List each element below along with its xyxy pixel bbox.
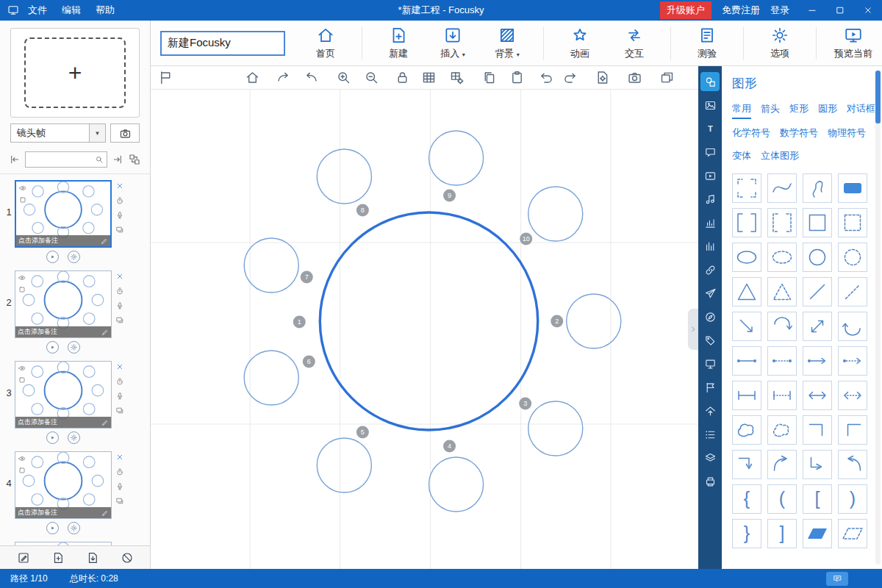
play-slide-button[interactable]: [46, 522, 59, 534]
shape-rect-filled[interactable]: [838, 173, 867, 203]
slide-settings-button[interactable]: [68, 251, 80, 263]
strip-list-button[interactable]: [700, 425, 720, 444]
play-slide-button[interactable]: [46, 431, 59, 444]
shape-blob[interactable]: [732, 415, 761, 445]
delete-slide-icon[interactable]: [115, 453, 124, 462]
doc-gear-button[interactable]: [595, 70, 610, 85]
camera-preview[interactable]: +: [10, 28, 140, 118]
visibility-eye-icon[interactable]: [18, 273, 26, 282]
slide-timer-icon[interactable]: [115, 377, 124, 386]
sub-path-circle[interactable]: [528, 401, 583, 456]
shape-tab[interactable]: 对话框: [847, 102, 875, 119]
strip-stats-button[interactable]: [700, 237, 720, 256]
slide-thumbnail-1[interactable]: 1 点击添加备注: [3, 180, 150, 263]
camera-frame-icon[interactable]: [18, 285, 26, 294]
shape-elbow-arrow-2[interactable]: [767, 450, 797, 479]
toolbar-home-button[interactable]: 首页: [307, 26, 344, 60]
shape-arrow-se[interactable]: [732, 312, 761, 341]
shape-para-dashed[interactable]: [838, 519, 867, 548]
strip-plane-button[interactable]: [700, 284, 720, 303]
zoom-out-button[interactable]: [364, 70, 379, 85]
delete-slide-icon[interactable]: [115, 362, 124, 371]
shape-triangle-dashed[interactable]: [767, 277, 797, 306]
redo-curve-button[interactable]: [276, 70, 291, 85]
slide-mic-icon[interactable]: [115, 392, 124, 401]
camera-frame-icon[interactable]: [18, 196, 27, 204]
visibility-eye-icon[interactable]: [18, 184, 27, 193]
minimize-button[interactable]: [807, 5, 817, 15]
delete-slide-icon[interactable]: [115, 182, 124, 190]
shape-tab[interactable]: 立体图形: [761, 149, 799, 165]
slide-note-bar[interactable]: 点击添加备注: [15, 417, 111, 428]
slide-preview[interactable]: 点击添加备注: [15, 180, 112, 248]
strip-tag-button[interactable]: [700, 331, 720, 350]
camera-button[interactable]: [627, 70, 642, 85]
edit-note-pencil-icon[interactable]: [101, 237, 108, 245]
shape-para-filled[interactable]: [803, 519, 832, 548]
play-slide-button[interactable]: [46, 341, 59, 354]
slide-timer-icon[interactable]: [115, 196, 124, 205]
shape-tab[interactable]: 常用: [732, 102, 751, 119]
shape-circle-dashed[interactable]: [838, 243, 867, 272]
shape-seg-dots-dotted[interactable]: [767, 346, 797, 376]
shape-line[interactable]: [803, 277, 832, 306]
sub-path-circle[interactable]: [567, 294, 621, 348]
menu-help[interactable]: 帮助: [96, 4, 115, 17]
home-button[interactable]: [245, 70, 260, 85]
sub-path-circle[interactable]: [429, 457, 484, 512]
go-last-button[interactable]: [112, 154, 123, 165]
shape-brace-left[interactable]: {: [732, 484, 761, 514]
panel-scrollbar[interactable]: [875, 71, 881, 564]
strip-scan-button[interactable]: [700, 472, 720, 491]
shape-double-arrow-dotted[interactable]: [838, 381, 867, 410]
slide-preview[interactable]: 点击添加备注: [15, 542, 112, 545]
export-note-button[interactable]: [86, 551, 99, 564]
slide-timer-icon[interactable]: [115, 287, 124, 295]
feedback-chat-button[interactable]: [826, 572, 848, 586]
shape-elbow-arrow-1[interactable]: [732, 450, 761, 479]
camera-frame-icon[interactable]: [18, 376, 26, 384]
main-path-circle[interactable]: [320, 212, 537, 430]
slide-thumbnail-3[interactable]: 3 点击添加备注: [3, 361, 150, 444]
strip-image-button[interactable]: [700, 96, 720, 115]
shape-paren-right[interactable]: ): [838, 484, 867, 514]
shape-circle[interactable]: [803, 243, 832, 272]
strip-comment-button[interactable]: [700, 143, 720, 162]
slide-note-bar[interactable]: 点击添加备注: [15, 507, 111, 518]
slide-preview[interactable]: 点击添加备注: [15, 270, 112, 338]
shape-elbow-1[interactable]: [803, 415, 832, 445]
path-number-badge[interactable]: 7: [301, 271, 313, 284]
close-button[interactable]: [863, 5, 873, 15]
sub-path-circle[interactable]: [244, 238, 298, 293]
path-number-badge[interactable]: 3: [519, 398, 531, 410]
strip-chart-button[interactable]: [700, 213, 720, 232]
slide-settings-button[interactable]: [68, 522, 80, 534]
strip-link-button[interactable]: [700, 260, 720, 279]
edit-note-pencil-icon[interactable]: [101, 329, 109, 336]
slide-media-icon[interactable]: [115, 406, 124, 415]
strip-upload-button[interactable]: [700, 401, 720, 420]
edit-slide-button[interactable]: [17, 551, 30, 564]
camera-frame-icon[interactable]: [18, 466, 26, 475]
presentation-canvas[interactable]: 12345678910: [151, 90, 698, 569]
shape-brace-right[interactable]: }: [732, 519, 761, 548]
shape-seg-arrow[interactable]: [803, 346, 832, 376]
strip-shapes-button[interactable]: [700, 72, 720, 91]
shape-tab[interactable]: 化学符号: [732, 126, 770, 142]
shape-crop-frame[interactable]: [732, 173, 761, 203]
shape-tab[interactable]: 矩形: [789, 102, 808, 119]
strip-text-button[interactable]: T: [700, 119, 720, 138]
sub-path-circle[interactable]: [429, 131, 484, 185]
frame-type-select[interactable]: 镜头帧 ▼: [10, 123, 106, 143]
shape-tab[interactable]: 数学符号: [780, 126, 818, 142]
collapse-panel-handle[interactable]: [688, 309, 698, 350]
slide-timer-icon[interactable]: [115, 467, 124, 476]
shape-line-dashed[interactable]: [838, 277, 867, 306]
play-slide-button[interactable]: [46, 251, 59, 263]
path-number-badge[interactable]: 4: [443, 440, 456, 453]
shape-double-arrow-diag[interactable]: [803, 312, 832, 341]
shape-tab[interactable]: 箭头: [761, 102, 780, 119]
slide-media-icon[interactable]: [115, 497, 124, 506]
path-number-badge[interactable]: 10: [520, 233, 532, 245]
shape-triangle[interactable]: [732, 277, 761, 306]
